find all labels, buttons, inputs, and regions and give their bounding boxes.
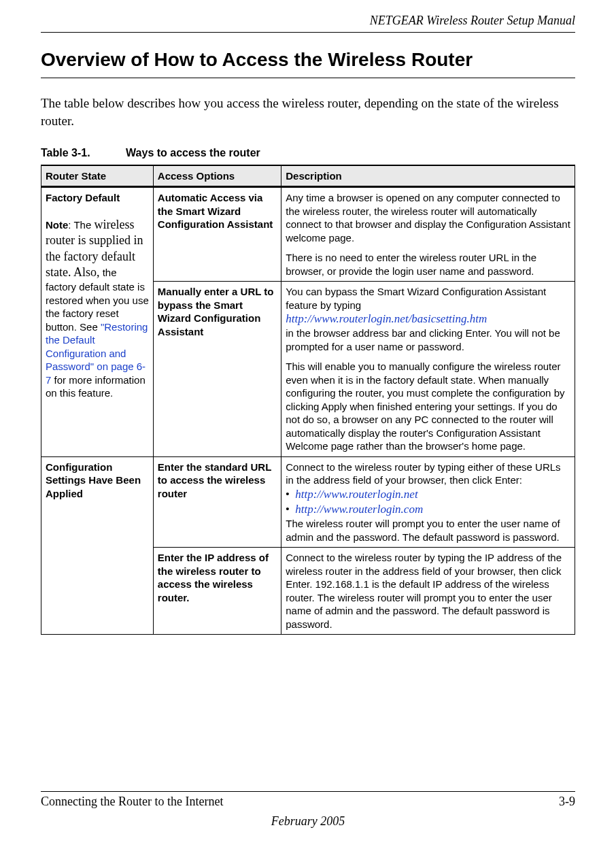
bullet-item: • http://www.routerlogin.com bbox=[286, 502, 570, 517]
page-footer: Connecting the Router to the Internet 3-… bbox=[41, 791, 575, 829]
divider bbox=[41, 78, 575, 78]
th-description: Description bbox=[281, 165, 575, 187]
note-lead: : The bbox=[68, 219, 94, 231]
cell-access-option: Enter the standard URL to access the wir… bbox=[153, 456, 281, 547]
desc-lead: Connect to the wireless router by typing… bbox=[286, 461, 570, 487]
footer-date: February 2005 bbox=[41, 814, 575, 829]
cell-access-option: Automatic Access via the Smart Wizard Co… bbox=[153, 187, 281, 282]
table-title: Ways to access the router bbox=[126, 147, 260, 159]
table-row: Configuration Settings Have Been Applied… bbox=[41, 456, 575, 547]
desc-p2: There is no need to enter the wireless r… bbox=[286, 251, 570, 278]
desc-after-url: in the browser address bar and clicking … bbox=[286, 327, 560, 352]
divider bbox=[41, 791, 575, 792]
desc-block: You can bypass the Smart Wizard Configur… bbox=[286, 285, 570, 353]
table-number: Table 3-1. bbox=[41, 147, 90, 159]
bullet-icon: • bbox=[286, 487, 295, 502]
note-label: Note bbox=[46, 219, 68, 231]
cell-description: Any time a browser is opened on any comp… bbox=[281, 187, 575, 282]
desc-p2: This will enable you to manually configu… bbox=[286, 360, 570, 453]
state-note: Note: The wireless router is supplied in… bbox=[46, 217, 149, 400]
cell-description: Connect to the wireless router by typing… bbox=[281, 456, 575, 547]
bullet-item: • http://www.routerlogin.net bbox=[286, 487, 570, 502]
url-link[interactable]: http://www.routerlogin.net/basicsetting.… bbox=[286, 312, 487, 325]
cell-description: Connect to the wireless router by typing… bbox=[281, 548, 575, 635]
cell-router-state: Configuration Settings Have Been Applied bbox=[41, 456, 154, 634]
cell-access-option: Manually enter a URL to bypass the Smart… bbox=[153, 282, 281, 457]
state-title: Factory Default bbox=[46, 191, 149, 205]
page-heading: Overview of How to Access the Wireless R… bbox=[41, 44, 575, 73]
cell-description: You can bypass the Smart Wizard Configur… bbox=[281, 282, 575, 457]
th-access-options: Access Options bbox=[153, 165, 281, 187]
divider bbox=[41, 32, 575, 33]
cell-access-option: Enter the IP address of the wireless rou… bbox=[153, 548, 281, 635]
table-row: Factory Default Note: The wireless route… bbox=[41, 187, 575, 282]
document-header-title: NETGEAR Wireless Router Setup Manual bbox=[41, 0, 575, 32]
url-link[interactable]: http://www.routerlogin.net bbox=[295, 487, 417, 502]
footer-page-number: 3-9 bbox=[559, 795, 575, 809]
th-router-state: Router State bbox=[41, 165, 154, 187]
table-header-row: Router State Access Options Description bbox=[41, 165, 575, 187]
url-link[interactable]: http://www.routerlogin.com bbox=[295, 502, 423, 517]
access-table: Router State Access Options Description … bbox=[41, 165, 575, 635]
desc-lead: You can bypass the Smart Wizard Configur… bbox=[286, 286, 546, 311]
table-caption: Table 3-1. Ways to access the router bbox=[41, 147, 575, 159]
intro-paragraph: The table below describes how you access… bbox=[41, 95, 575, 129]
note-end: for more information on this feature. bbox=[46, 374, 146, 399]
cell-router-state: Factory Default Note: The wireless route… bbox=[41, 187, 154, 457]
bullet-icon: • bbox=[286, 502, 295, 517]
desc-tail: The wireless router will prompt you to e… bbox=[286, 517, 570, 544]
desc-p1: Any time a browser is opened on any comp… bbox=[286, 191, 570, 244]
footer-section: Connecting the Router to the Internet bbox=[41, 795, 223, 809]
